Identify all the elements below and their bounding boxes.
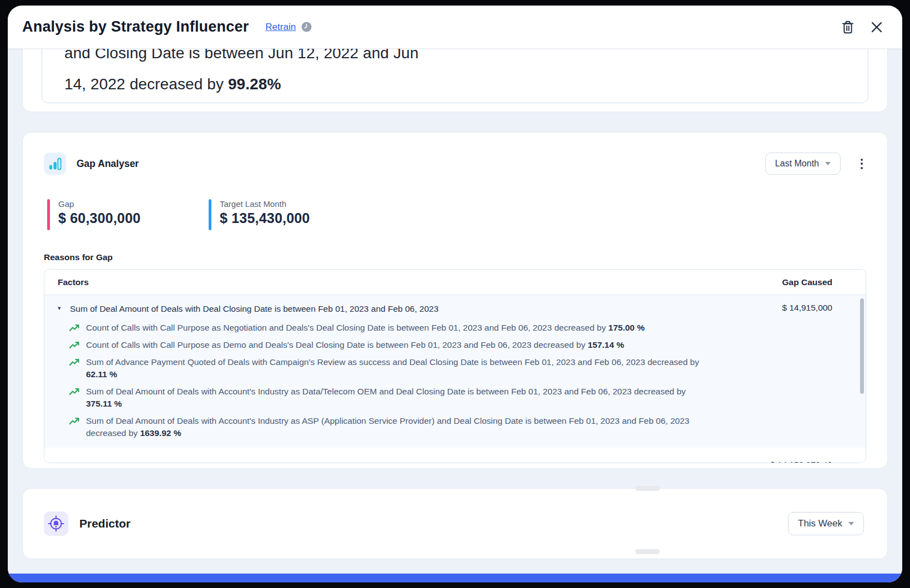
gap-stats: Gap$ 60,300,000Target Last Month$ 135,43… [44,199,866,230]
gap-analyser-title: Gap Analyser [77,158,139,170]
factor-group: ▾Sum of Deal Amount of Deals with Deal C… [44,295,866,448]
collapse-caret-icon[interactable]: ▾ [58,303,70,312]
delete-button[interactable] [837,16,859,38]
factor-detail-row: Sum of Advance Payment Quoted of Deals w… [44,354,866,383]
decrease-percent: 62.11 % [86,369,117,379]
trash-icon [841,20,855,34]
insight-percent: 99.28% [228,75,281,93]
insight-line-1: and Closing Date is between Jun 12, 2022… [64,49,418,69]
column-header-gap-caused: Gap Caused [782,277,852,287]
factor-text: Sum of Deal Amount of Deals with Deal Cl… [70,303,771,315]
factor-detail-row: Count of Calls with Call Purpose as Nego… [44,320,866,337]
stat-label: Gap [58,199,140,209]
stat-accent-bar [47,199,50,230]
predictor-target-icon [44,511,68,536]
gap-caused-value: $ 14,915,000 [771,303,852,313]
factor-detail-text: Count of Calls with Call Purpose as Nego… [86,322,645,334]
table-scrollbar[interactable] [860,298,864,394]
reasons-table-body: ▾Sum of Deal Amount of Deals with Deal C… [44,295,866,463]
predictor-period-dropdown[interactable]: This Week [788,512,864,535]
predictor-title: Predictor [79,517,130,530]
predictor-card: Predictor This Week [22,488,888,559]
stat-gap: Gap$ 60,300,000 [47,199,172,230]
dialog-content: and Closing Date is between Jun 12, 2022… [8,49,902,574]
bar-chart-icon [44,153,66,175]
skeleton-dash [635,549,660,554]
decrease-percent: 1639.92 % [140,428,181,438]
factor-row[interactable]: ▸Sum of Deal Amount of Deals with Deal C… [44,460,866,463]
factor-detail-text: Count of Calls with Call Purpose as Demo… [86,339,624,351]
factor-detail-text: Sum of Deal Amount of Deals with Account… [86,386,707,410]
factor-row[interactable]: ▾Sum of Deal Amount of Deals with Deal C… [44,295,866,320]
chevron-down-icon [848,522,854,525]
stat-target-last-month: Target Last Month$ 135,430,000 [209,199,333,230]
factor-detail-row: Count of Calls with Call Purpose as Demo… [44,337,866,354]
factor-detail-text: Sum of Advance Payment Quoted of Deals w… [86,356,707,381]
trend-up-icon [69,340,81,350]
gap-analyser-card: Gap Analyser Last Month Gap$ 60,300,000T… [22,132,888,469]
stat-value: $ 60,300,000 [58,210,140,226]
history-clock-icon[interactable] [301,22,312,32]
factor-detail-text: Sum of Deal Amount of Deals with Account… [86,415,707,439]
close-icon [870,21,883,34]
more-options-button[interactable] [857,155,866,173]
gap-caused-value: $ 14,152,970.40 [759,460,852,463]
stat-label: Target Last Month [220,199,310,209]
stat-accent-bar [209,199,211,230]
factor-text: Sum of Deal Amount of Deals with Deal Cl… [70,460,759,463]
insight-card: and Closing Date is between Jun 12, 2022… [22,49,888,112]
retrain-link[interactable]: Retrain [265,22,296,33]
skeleton-dash [635,486,660,491]
decrease-percent: 175.00 % [608,323,645,332]
underlay-blue-strip [8,574,902,582]
reasons-for-gap-title: Reasons for Gap [44,252,866,262]
chevron-down-icon [825,162,831,165]
insight-line-2: 14, 2022 decreased by 99.28% [64,69,418,100]
predictor-period-value: This Week [798,518,842,529]
trend-up-icon [69,387,81,397]
factor-detail-row: Sum of Deal Amount of Deals with Account… [44,413,866,442]
insight-highlight-box: and Closing Date is between Jun 12, 2022… [42,49,868,103]
reasons-table-header: Factors Gap Caused [44,270,866,295]
page-title: Analysis by Strategy Influencer [22,18,249,36]
trend-up-icon [69,323,81,333]
app-window: Analysis by Strategy Influencer Retrain [8,6,902,582]
reasons-table: Factors Gap Caused ▾Sum of Deal Amount o… [44,269,866,463]
factor-detail-row: Sum of Deal Amount of Deals with Account… [44,383,866,413]
decrease-percent: 157.14 % [588,340,624,349]
period-dropdown[interactable]: Last Month [765,153,841,175]
column-header-factors: Factors [58,277,782,287]
expand-caret-icon[interactable]: ▸ [58,460,70,463]
gap-analyser-header: Gap Analyser Last Month [44,153,866,175]
close-button[interactable] [866,16,888,38]
trend-up-icon [69,416,81,426]
dialog-header: Analysis by Strategy Influencer Retrain [8,6,902,49]
insight-text: and Closing Date is between Jun 12, 2022… [64,49,418,100]
stat-value: $ 135,430,000 [220,210,310,226]
decrease-percent: 375.11 % [86,399,122,408]
period-dropdown-value: Last Month [775,159,819,169]
factor-group: ▸Sum of Deal Amount of Deals with Deal C… [44,448,866,463]
trend-up-icon [69,357,81,367]
